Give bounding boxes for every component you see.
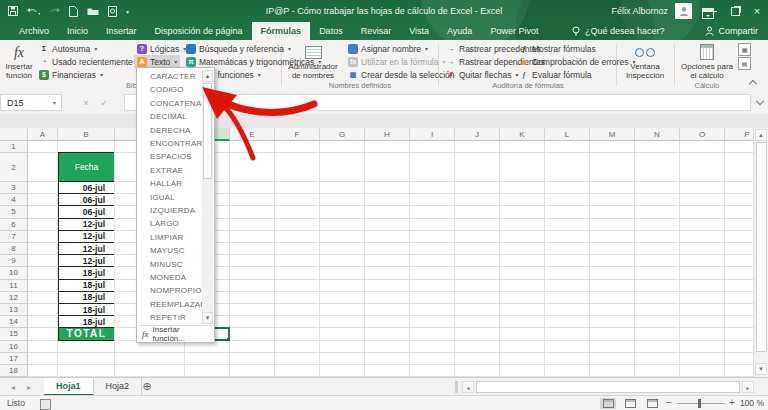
user-name[interactable]: Félix Albornoz bbox=[611, 0, 668, 22]
page-layout-view-icon[interactable] bbox=[622, 398, 638, 409]
column-header-k[interactable]: K bbox=[500, 128, 545, 141]
collapse-ribbon-icon[interactable] bbox=[748, 79, 758, 87]
cell-B4[interactable]: 06-jul bbox=[58, 193, 115, 206]
row-header-1[interactable]: 1 bbox=[0, 141, 28, 153]
tab-power-pivot[interactable]: Power Pivot bbox=[481, 22, 547, 40]
comprobacion-de-errores-button[interactable]: ◆Comprobación de errores▾ bbox=[516, 55, 638, 68]
insert-function-menu-item[interactable]: fx Insertar función... bbox=[137, 327, 214, 341]
zoom-level[interactable]: 100 % bbox=[740, 396, 764, 410]
menu-item-largo[interactable]: LARGO bbox=[137, 217, 212, 230]
sheet-tab-hoja2[interactable]: Hoja2 bbox=[94, 378, 143, 396]
autosuma-button[interactable]: ΣAutosuma▾ bbox=[36, 42, 100, 55]
cancel-icon[interactable]: × bbox=[78, 94, 94, 111]
normal-view-icon[interactable] bbox=[600, 398, 616, 409]
zoom-out-icon[interactable]: − bbox=[666, 397, 672, 408]
row-header-12[interactable]: 12 bbox=[0, 292, 28, 304]
menu-item-limpiar[interactable]: LIMPIAR bbox=[137, 231, 212, 244]
expand-formula-bar-icon[interactable] bbox=[757, 98, 765, 106]
usado-recientemente-button[interactable]: ◔Usado recientemente▾ bbox=[36, 55, 143, 68]
mostrar-formulas-button[interactable]: ƒMostrar fórmulas bbox=[516, 42, 599, 55]
cell-B5[interactable]: 06-jul bbox=[58, 205, 115, 218]
menu-item-igual[interactable]: IGUAL bbox=[137, 191, 212, 204]
restore-button[interactable] bbox=[724, 0, 746, 22]
cell-B12[interactable]: 18-jul bbox=[58, 291, 115, 304]
tab-insertar[interactable]: Insertar bbox=[97, 22, 146, 40]
column-header-b[interactable]: B bbox=[58, 128, 115, 141]
row-header-7[interactable]: 7 bbox=[0, 231, 28, 243]
row-header-2[interactable]: 2 bbox=[0, 153, 28, 182]
column-header-i[interactable]: I bbox=[410, 128, 455, 141]
cell-B14[interactable]: 18-jul bbox=[58, 315, 115, 328]
row-header-13[interactable]: 13 bbox=[0, 304, 28, 316]
column-header-m[interactable]: M bbox=[590, 128, 635, 141]
cell-B2[interactable]: Fecha bbox=[58, 152, 115, 182]
menu-item-espacios[interactable]: ESPACIOS bbox=[137, 150, 212, 163]
column-header-a[interactable]: A bbox=[28, 128, 58, 141]
tab-ayuda[interactable]: Ayuda bbox=[438, 22, 481, 40]
zoom-slider-thumb[interactable] bbox=[698, 399, 701, 408]
name-box-caret-icon[interactable]: ▾ bbox=[53, 95, 56, 112]
tab-disposicion-de-pagina[interactable]: Disposición de página bbox=[146, 22, 252, 40]
page-break-view-icon[interactable] bbox=[644, 398, 660, 409]
financieras-button[interactable]: $Financieras▾ bbox=[36, 68, 106, 81]
scroll-down-icon[interactable]: ▼ bbox=[755, 363, 767, 375]
tab-datos[interactable]: Datos bbox=[310, 22, 352, 40]
zoom-slider-track[interactable] bbox=[677, 403, 725, 404]
menu-item-moneda[interactable]: MONEDA bbox=[137, 271, 212, 284]
vertical-scroll-thumb[interactable] bbox=[756, 142, 767, 352]
sheet-nav-right-icon[interactable]: ▸ bbox=[22, 378, 36, 396]
row-header-17[interactable]: 17 bbox=[0, 353, 28, 365]
row-header-11[interactable]: 11 bbox=[0, 280, 28, 292]
menu-scrollbar[interactable]: ▲ ▼ bbox=[202, 70, 213, 324]
vertical-scrollbar[interactable]: ▲ ▼ bbox=[753, 128, 768, 377]
scroll-right-icon[interactable]: ▸ bbox=[742, 381, 754, 393]
menu-item-derecha[interactable]: DERECHA bbox=[137, 124, 212, 137]
quitar-flechas-button[interactable]: ✗Quitar flechas▾ bbox=[443, 68, 521, 81]
column-header-j[interactable]: J bbox=[455, 128, 500, 141]
asignar-nombre-button[interactable]: Asignar nombre▾ bbox=[345, 42, 431, 55]
menu-scroll-down-icon[interactable]: ▼ bbox=[202, 312, 213, 324]
column-header-h[interactable]: H bbox=[365, 128, 410, 141]
tab-inicio[interactable]: Inicio bbox=[58, 22, 97, 40]
row-header-16[interactable]: 16 bbox=[0, 341, 28, 353]
menu-item-repetir[interactable]: REPETIR bbox=[137, 311, 212, 324]
cell-B7[interactable]: 12-jul bbox=[58, 230, 115, 243]
menu-item-minusc[interactable]: MINUSC bbox=[137, 258, 212, 271]
sheet-tab-hoja1[interactable]: Hoja1 bbox=[44, 378, 94, 396]
name-box[interactable]: D15▾ bbox=[0, 94, 62, 111]
calculate-sheet-icon[interactable]: ▤ bbox=[738, 57, 751, 70]
cell-B15[interactable]: TOTAL bbox=[58, 327, 115, 340]
menu-item-caracter[interactable]: CARACTER bbox=[137, 70, 212, 83]
column-header-o[interactable]: O bbox=[680, 128, 725, 141]
worksheet-grid[interactable]: ABCDEFGHIJKLMNOP12Fecha306-jul406-jul506… bbox=[0, 128, 753, 377]
menu-scroll-thumb[interactable] bbox=[203, 83, 212, 179]
horizontal-scroll-thumb[interactable] bbox=[476, 381, 740, 393]
row-header-18[interactable]: 18 bbox=[0, 365, 28, 377]
menu-item-hallar[interactable]: HALLAR bbox=[137, 177, 212, 190]
enter-icon[interactable]: ✓ bbox=[96, 94, 112, 111]
cell-B6[interactable]: 12-jul bbox=[58, 218, 115, 231]
tab-archivo[interactable]: Archivo bbox=[10, 22, 58, 40]
cell-B9[interactable]: 12-jul bbox=[58, 254, 115, 267]
user-avatar[interactable] bbox=[675, 3, 692, 19]
sheet-nav-left-icon[interactable]: ◂ bbox=[6, 378, 20, 396]
utilizar-en-la-formula-button[interactable]: fxUtilizar en la fórmula▾ bbox=[345, 55, 449, 68]
menu-item-encontrar[interactable]: ENCONTRAR bbox=[137, 137, 212, 150]
row-header-5[interactable]: 5 bbox=[0, 206, 28, 218]
close-button[interactable]: × bbox=[746, 0, 768, 22]
formula-input[interactable] bbox=[124, 94, 751, 111]
column-header-f[interactable]: F bbox=[275, 128, 320, 141]
row-header-4[interactable]: 4 bbox=[0, 194, 28, 206]
menu-item-concatenar[interactable]: CONCATENAR bbox=[137, 97, 212, 110]
busqueda-y-referencia-button[interactable]: Búsqueda y referencia▾ bbox=[183, 42, 294, 55]
tell-me-search[interactable]: ¿Qué desea hacer? bbox=[572, 22, 665, 40]
cell-B10[interactable]: 18-jul bbox=[58, 266, 115, 279]
menu-scroll-up-icon[interactable]: ▲ bbox=[202, 70, 213, 82]
menu-item-extrae[interactable]: EXTRAE bbox=[137, 164, 212, 177]
row-header-14[interactable]: 14 bbox=[0, 316, 28, 328]
scroll-up-icon[interactable]: ▲ bbox=[755, 129, 767, 141]
column-header-g[interactable]: G bbox=[320, 128, 365, 141]
row-header-10[interactable]: 10 bbox=[0, 267, 28, 279]
column-header-l[interactable]: L bbox=[545, 128, 590, 141]
select-all-corner[interactable] bbox=[0, 128, 28, 141]
